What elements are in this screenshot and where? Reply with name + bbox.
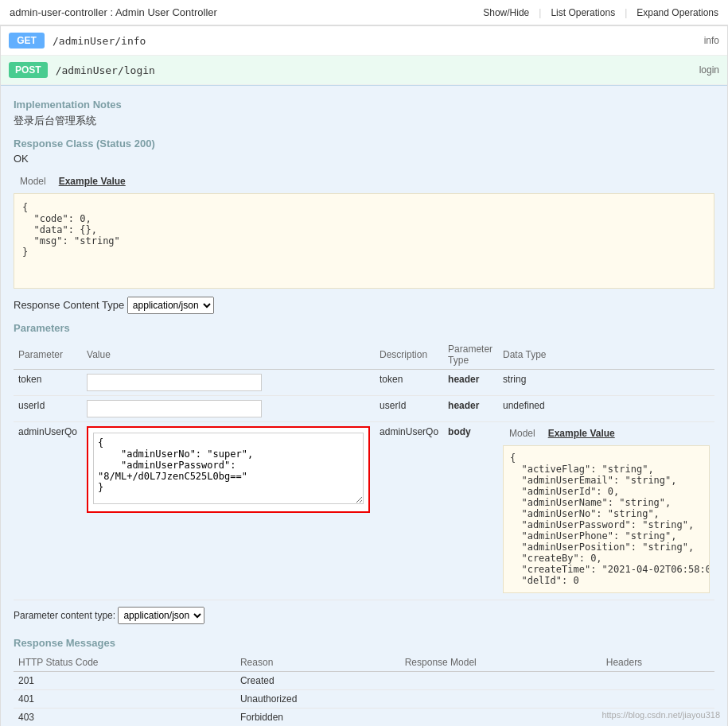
top-bar: admin-user-controller : Admin User Contr… xyxy=(0,0,728,25)
response-content-type-label: Response Content Type xyxy=(14,299,127,311)
param-value-adminuserqo: { "adminUserNo": "super", "adminUserPass… xyxy=(82,422,375,600)
post-endpoint-tag: login xyxy=(699,64,719,76)
col-param-type: Parameter Type xyxy=(443,340,498,370)
adminuserqo-textarea[interactable]: { "adminUserNo": "super", "adminUserPass… xyxy=(93,433,364,504)
response-status-text: OK xyxy=(14,153,714,165)
parameters-section: Parameters Parameter Value Description P… xyxy=(14,322,714,624)
param-name-token: token xyxy=(14,370,82,396)
param-type-adminuserqo: body xyxy=(443,422,498,600)
table-row: 201 Created xyxy=(14,672,714,690)
param-datatype-token: string xyxy=(498,370,714,396)
param-value-userid xyxy=(82,396,375,422)
post-method-badge: POST xyxy=(9,62,48,78)
param-model-adminuserqo: Model Example Value { "activeFlag": "str… xyxy=(498,422,714,600)
col-reason: Reason xyxy=(236,654,400,672)
table-row: 401 Unauthorized xyxy=(14,690,714,709)
userid-input[interactable] xyxy=(87,400,262,417)
show-hide-link[interactable]: Show/Hide xyxy=(483,7,529,18)
param-type-token: header xyxy=(443,370,498,396)
parameters-table: Parameter Value Description Parameter Ty… xyxy=(14,340,714,600)
parameters-heading: Parameters xyxy=(14,322,714,334)
top-bar-actions: Show/Hide | List Operations | Expand Ope… xyxy=(483,7,718,18)
response-content-type-select[interactable]: application/json xyxy=(127,297,214,314)
param-content-type-label: Parameter content type: xyxy=(14,610,115,621)
controller-id: admin-user-controller xyxy=(10,6,107,18)
footer-watermark: https://blog.csdn.net/jiayou318 xyxy=(601,710,720,720)
model-tab[interactable]: Model xyxy=(14,174,53,188)
table-row: userId userId header undefined xyxy=(14,396,714,422)
param-datatype-userid: undefined xyxy=(498,396,714,422)
col-response-model: Response Model xyxy=(400,654,601,672)
param-desc-userid: userId xyxy=(375,396,443,422)
table-row: token token header string xyxy=(14,370,714,396)
reason-401: Unauthorized xyxy=(236,690,400,709)
example-value-tab[interactable]: Example Value xyxy=(53,174,132,188)
param-content-type: Parameter content type: application/json xyxy=(14,607,714,624)
col-http-status: HTTP Status Code xyxy=(14,654,236,672)
body-model-tabs: Model Example Value xyxy=(503,426,710,441)
controller-name: Admin User Controller xyxy=(115,6,217,18)
param-name-userid: userId xyxy=(14,396,82,422)
param-content-type-select[interactable]: application/json xyxy=(118,607,204,624)
reason-403: Forbidden xyxy=(236,709,400,727)
param-name-adminuserqo: adminUserQo xyxy=(14,422,82,600)
col-description: Description xyxy=(375,340,443,370)
response-class-json: { "code": 0, "data": {}, "msg": "string"… xyxy=(14,193,714,289)
col-data-type: Data Type xyxy=(498,340,714,370)
separator: : xyxy=(107,6,115,18)
expand-operations-link[interactable]: Expand Operations xyxy=(637,7,718,18)
response-class-tabs: Model Example Value xyxy=(14,174,714,188)
param-value-token xyxy=(82,370,375,396)
controller-title: admin-user-controller : Admin User Contr… xyxy=(10,6,217,18)
param-type-userid: header xyxy=(443,396,498,422)
param-desc-adminuserqo: adminUserQo xyxy=(375,422,443,600)
body-example-json: { "activeFlag": "string", "adminUserEmai… xyxy=(503,445,710,593)
post-endpoint-path: /adminUser/login xyxy=(56,64,699,76)
status-code-401: 401 xyxy=(14,690,236,709)
response-content-type: Response Content Type application/json xyxy=(14,297,714,314)
get-endpoint-row[interactable]: GET /adminUser/info info xyxy=(1,26,727,56)
status-code-403: 403 xyxy=(14,709,236,727)
reason-201: Created xyxy=(236,672,400,690)
body-model-tab[interactable]: Model xyxy=(503,426,542,441)
get-endpoint-tag: info xyxy=(704,35,719,46)
col-headers: Headers xyxy=(601,654,714,672)
get-endpoint-path: /adminUser/info xyxy=(53,35,704,47)
impl-notes-text: 登录后台管理系统 xyxy=(14,114,714,128)
col-parameter: Parameter xyxy=(14,340,82,370)
status-code-201: 201 xyxy=(14,672,236,690)
response-messages-heading: Response Messages xyxy=(14,637,714,649)
response-class-heading: Response Class (Status 200) xyxy=(14,138,714,149)
post-endpoint-row[interactable]: POST /adminUser/login login xyxy=(1,56,727,85)
expanded-content: Implementation Notes 登录后台管理系统 Response C… xyxy=(1,85,727,726)
impl-notes-heading: Implementation Notes xyxy=(14,99,714,111)
body-example-tab[interactable]: Example Value xyxy=(542,426,621,441)
param-desc-token: token xyxy=(375,370,443,396)
col-value: Value xyxy=(82,340,375,370)
api-block: GET /adminUser/info info POST /adminUser… xyxy=(0,25,728,726)
get-method-badge: GET xyxy=(9,33,45,49)
list-operations-link[interactable]: List Operations xyxy=(551,7,615,18)
table-row: adminUserQo { "adminUserNo": "super", "a… xyxy=(14,422,714,600)
token-input[interactable] xyxy=(87,374,262,391)
adminuserqo-param-box: { "adminUserNo": "super", "adminUserPass… xyxy=(87,426,370,513)
